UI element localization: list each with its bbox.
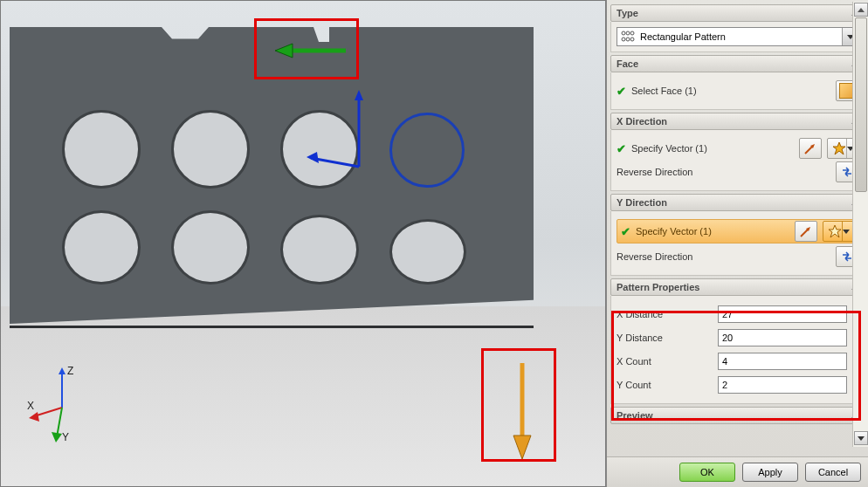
section-title: Pattern Properties	[617, 282, 699, 292]
section-title: Preview	[617, 410, 653, 421]
section-header-x-direction[interactable]: X Direction	[610, 113, 865, 130]
svg-marker-11	[29, 412, 39, 422]
part-base-edge	[10, 326, 534, 328]
svg-marker-3	[307, 152, 319, 163]
chevron-down-icon	[858, 436, 865, 441]
y-specify-vector-label[interactable]: Specify Vector (1)	[636, 226, 789, 237]
svg-point-15	[626, 31, 630, 35]
axis-y-label: Y	[62, 431, 69, 443]
hole[interactable]	[389, 219, 466, 285]
y-reverse-label: Reverse Direction	[617, 251, 830, 262]
svg-point-14	[622, 31, 625, 35]
vector-dialog-button[interactable]	[795, 221, 817, 242]
auto-vector-icon	[832, 141, 846, 155]
cancel-button[interactable]: Cancel	[805, 463, 861, 482]
apply-label: Apply	[758, 467, 782, 477]
select-face-label[interactable]: Select Face (1)	[631, 86, 830, 96]
ok-label: OK	[700, 467, 714, 477]
section-header-face[interactable]: Face	[610, 55, 865, 72]
vector-dialog-button[interactable]	[799, 138, 822, 159]
y-count-label: Y Count	[617, 380, 713, 390]
type-dropdown[interactable]: Rectangular Pattern	[617, 27, 858, 46]
type-dropdown-label: Rectangular Pattern	[640, 31, 726, 42]
section-header-preview[interactable]: Preview	[610, 407, 865, 424]
svg-marker-21	[833, 142, 845, 154]
section-title: Face	[617, 58, 638, 69]
y-distance-input[interactable]	[718, 329, 847, 346]
svg-marker-23	[829, 225, 841, 237]
rectangular-pattern-icon	[621, 30, 635, 44]
axis-x-label: X	[27, 400, 34, 412]
y-distance-label: Y Distance	[617, 333, 713, 343]
section-title: Type	[617, 8, 638, 18]
chevron-up-icon	[858, 8, 865, 12]
auto-vector-icon	[828, 224, 842, 238]
svg-marker-1	[355, 90, 363, 100]
pattern-properties-body: X Distance mm Y Distance mm X Count Y Co…	[610, 296, 865, 404]
x-count-label: X Count	[617, 356, 713, 367]
x-distance-input[interactable]	[718, 305, 847, 323]
axis-z-label: Z	[67, 365, 73, 377]
y-count-input[interactable]	[718, 376, 847, 394]
hole[interactable]	[62, 110, 141, 189]
dialog-footer: OK Apply Cancel	[607, 456, 868, 487]
chevron-down-icon	[843, 230, 850, 234]
section-header-y-direction[interactable]: Y Direction	[610, 194, 865, 211]
svg-point-17	[622, 38, 625, 41]
section-title: X Direction	[617, 116, 667, 127]
svg-line-10	[34, 408, 62, 416]
view-triad[interactable]: Z X Y	[27, 364, 106, 442]
vector-icon	[803, 141, 817, 155]
svg-marker-13	[52, 432, 62, 442]
annotation-box	[481, 348, 556, 462]
panel-scrollbar[interactable]	[852, 2, 868, 447]
viewport-3d[interactable]: Z X Y	[0, 0, 606, 487]
svg-point-19	[630, 38, 634, 41]
annotation-box	[254, 18, 359, 79]
inferred-vector-button-active[interactable]	[823, 221, 854, 242]
section-title: Y Direction	[617, 197, 667, 208]
x-distance-label: X Distance	[617, 309, 713, 319]
svg-marker-9	[59, 367, 65, 374]
check-icon: ✔	[617, 85, 626, 98]
vector-icon	[799, 224, 813, 238]
x-count-input[interactable]	[718, 353, 847, 370]
cancel-label: Cancel	[818, 467, 848, 477]
hole[interactable]	[62, 210, 141, 285]
svg-point-16	[630, 31, 634, 35]
hole[interactable]	[171, 110, 250, 189]
work-csys	[307, 88, 385, 184]
scroll-thumb[interactable]	[855, 17, 867, 192]
scroll-down-button[interactable]	[854, 431, 868, 445]
section-header-type[interactable]: Type	[610, 4, 865, 22]
ok-button[interactable]: OK	[679, 463, 735, 482]
scroll-up-button[interactable]	[854, 3, 868, 17]
apply-button[interactable]: Apply	[742, 463, 798, 482]
hole[interactable]	[280, 215, 359, 285]
x-specify-vector-label[interactable]: Specify Vector (1)	[631, 143, 794, 154]
x-reverse-label: Reverse Direction	[617, 167, 830, 177]
check-icon: ✔	[621, 225, 630, 238]
hole-selected[interactable]	[389, 113, 465, 188]
check-icon: ✔	[617, 142, 626, 155]
section-header-pattern-properties[interactable]: Pattern Properties	[610, 278, 865, 296]
property-panel: Type Rectangular Pattern Face ✔ Select F…	[606, 0, 868, 487]
svg-point-18	[626, 38, 630, 41]
hole[interactable]	[171, 210, 250, 285]
